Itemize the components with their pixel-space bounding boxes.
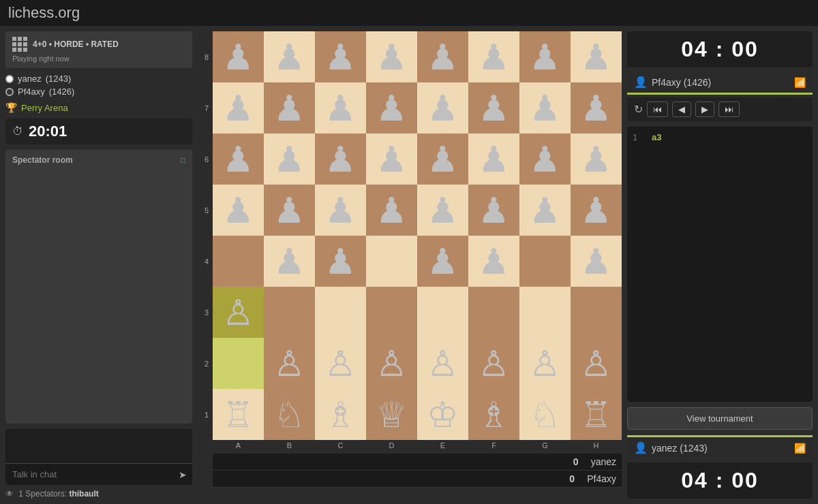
sq-d2[interactable]: ♙ xyxy=(366,338,417,389)
sq-e8[interactable]: ♟ xyxy=(417,31,468,82)
score-yanez-val: 0 xyxy=(568,456,584,467)
game-type-row: 4+0 • HORDE • RATED xyxy=(12,37,185,52)
sq-a2[interactable] xyxy=(213,338,264,389)
sq-f6[interactable]: ♟ xyxy=(468,133,519,185)
sq-f4[interactable]: ♟ xyxy=(468,236,519,287)
chat-input[interactable] xyxy=(5,464,173,485)
sq-a6[interactable]: ♟ xyxy=(213,133,264,185)
sq-c8[interactable]: ♟ xyxy=(315,31,366,82)
sq-g2[interactable]: ♙ xyxy=(519,338,571,389)
header: lichess.org xyxy=(0,0,818,26)
sq-h8[interactable]: ♟ xyxy=(571,31,622,82)
refresh-button[interactable]: ↻ xyxy=(634,103,643,116)
sq-a8[interactable]: ♟ xyxy=(213,31,264,82)
chat-scroll[interactable] xyxy=(5,429,192,463)
sq-f5[interactable]: ♟ xyxy=(468,185,519,236)
logo-ext: .org xyxy=(54,4,80,21)
sq-e4[interactable]: ♟ xyxy=(417,236,468,287)
sq-d4[interactable] xyxy=(366,236,417,287)
sq-g5[interactable]: ♟ xyxy=(519,185,571,236)
sq-h6[interactable]: ♟ xyxy=(571,133,622,185)
player-black-name: Pf4axy xyxy=(18,86,45,97)
sq-e5[interactable]: ♟ xyxy=(417,185,468,236)
sq-h4[interactable]: ♟ xyxy=(571,236,622,287)
sq-f3[interactable] xyxy=(468,287,519,338)
move-row-1: 1 a3 xyxy=(633,132,807,142)
score-pf4axy-name: Pf4axy xyxy=(587,473,616,484)
sq-f1[interactable]: ♗ xyxy=(468,389,519,440)
sq-g6[interactable]: ♟ xyxy=(519,133,571,185)
sq-h1[interactable]: ♖ xyxy=(571,389,622,440)
sq-b4[interactable]: ♟ xyxy=(264,236,315,287)
clock-icon: ⏱ xyxy=(12,125,23,138)
chat-area: ➤ xyxy=(5,429,192,485)
sq-d3[interactable] xyxy=(366,287,417,338)
sq-a5[interactable]: ♟ xyxy=(213,185,264,236)
sq-a7[interactable]: ♟ xyxy=(213,82,264,133)
last-move-button[interactable]: ⏭ xyxy=(718,101,740,117)
spectator-count: 1 xyxy=(18,489,23,499)
move-num-1: 1 xyxy=(633,132,646,142)
sq-e2[interactable]: ♙ xyxy=(417,338,468,389)
sq-b1[interactable]: ♘ xyxy=(264,389,315,440)
sq-c5[interactable]: ♟ xyxy=(315,185,366,236)
chat-input-row: ➤ xyxy=(5,463,192,485)
score-yanez-name: yanez xyxy=(591,456,616,467)
first-move-button[interactable]: ⏮ xyxy=(647,101,668,117)
sq-d6[interactable]: ♟ xyxy=(366,133,417,185)
sq-g7[interactable]: ♟ xyxy=(519,82,571,133)
sq-c2[interactable]: ♙ xyxy=(315,338,366,389)
sq-b3[interactable] xyxy=(264,287,315,338)
move-1-white[interactable]: a3 xyxy=(652,132,661,142)
sq-c1[interactable]: ♗ xyxy=(315,389,366,440)
sq-f2[interactable]: ♙ xyxy=(468,338,519,389)
sq-h2[interactable]: ♙ xyxy=(571,338,622,389)
sq-e6[interactable]: ♟ xyxy=(417,133,468,185)
sq-e1[interactable]: ♔ xyxy=(417,389,468,440)
chat-send-button[interactable]: ➤ xyxy=(173,465,192,484)
sq-g1[interactable]: ♘ xyxy=(519,389,571,440)
right-panel: 04 : 00 👤 Pf4axy (1426) 📶 ↻ ⏮ ◀ ▶ ⏭ 1 a3… xyxy=(624,26,818,504)
signal-icon-bottom: 📶 xyxy=(794,443,806,454)
sq-e7[interactable]: ♟ xyxy=(417,82,468,133)
sq-f7[interactable]: ♟ xyxy=(468,82,519,133)
sq-b7[interactable]: ♟ xyxy=(264,82,315,133)
view-tournament-button[interactable]: View tournament xyxy=(627,407,813,430)
sq-e3[interactable] xyxy=(417,287,468,338)
file-labels: A B C D E F G H xyxy=(213,440,622,451)
sq-a1[interactable]: ♖ xyxy=(213,389,264,440)
bottom-player-info: 👤 yanez (1243) 📶 xyxy=(627,435,813,458)
sq-g4[interactable] xyxy=(519,236,571,287)
sq-f8[interactable]: ♟ xyxy=(468,31,519,82)
next-move-button[interactable]: ▶ xyxy=(695,101,714,117)
sq-h5[interactable]: ♟ xyxy=(571,185,622,236)
sq-g3[interactable] xyxy=(519,287,571,338)
sq-b8[interactable]: ♟ xyxy=(264,31,315,82)
sq-b6[interactable]: ♟ xyxy=(264,133,315,185)
sq-c4[interactable]: ♟ xyxy=(315,236,366,287)
sq-b2[interactable]: ♙ xyxy=(264,338,315,389)
player-row-white: yanez (1243) xyxy=(5,74,192,84)
sq-d7[interactable]: ♟ xyxy=(366,82,417,133)
rank-labels: 1 2 3 4 5 6 7 8 xyxy=(200,31,213,440)
chessboard[interactable]: ♟ ♟ ♟ ♟ ♟ ♟ ♟ ♟ ♟ ♟ ♟ ♟ ♟ ♟ ♟ ♟ xyxy=(213,31,622,440)
sq-b5[interactable]: ♟ xyxy=(264,185,315,236)
sq-c3[interactable] xyxy=(315,287,366,338)
sq-d1[interactable]: ♕ xyxy=(366,389,417,440)
prev-move-button[interactable]: ◀ xyxy=(672,101,691,117)
sq-a4[interactable] xyxy=(213,236,264,287)
tournament-link[interactable]: 🏆 Perry Arena xyxy=(5,102,192,113)
board-and-files: ♟ ♟ ♟ ♟ ♟ ♟ ♟ ♟ ♟ ♟ ♟ ♟ ♟ ♟ ♟ ♟ xyxy=(213,31,622,488)
sq-g8[interactable]: ♟ xyxy=(519,31,571,82)
sq-h7[interactable]: ♟ xyxy=(571,82,622,133)
spectator-toggle-icon[interactable]: □ xyxy=(181,156,185,164)
sq-a3[interactable]: ♙ xyxy=(213,287,264,338)
sq-d5[interactable]: ♟ xyxy=(366,185,417,236)
sq-c7[interactable]: ♟ xyxy=(315,82,366,133)
player-white-rating: (1243) xyxy=(46,74,72,84)
sq-c6[interactable]: ♟ xyxy=(315,133,366,185)
top-player-name: Pf4axy (1426) xyxy=(652,77,790,88)
site-logo[interactable]: lichess.org xyxy=(8,4,80,22)
sq-h3[interactable] xyxy=(571,287,622,338)
sq-d8[interactable]: ♟ xyxy=(366,31,417,82)
